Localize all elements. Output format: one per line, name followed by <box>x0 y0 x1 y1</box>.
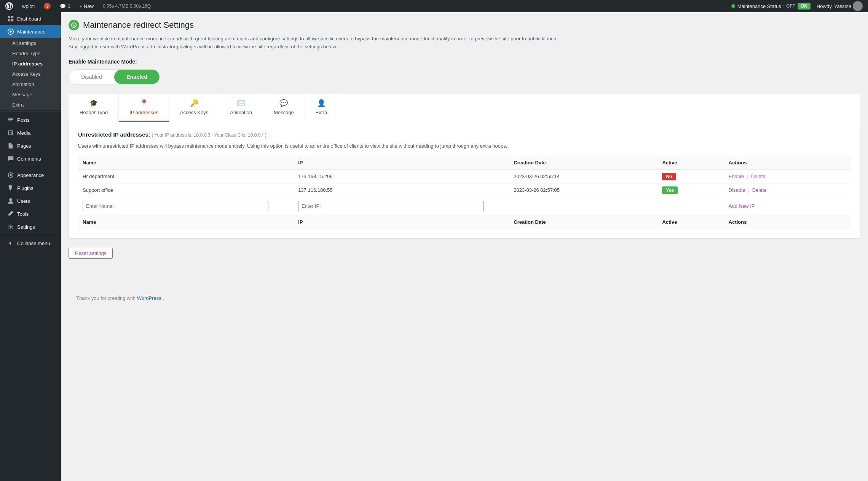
menu-separator-3 <box>0 235 61 235</box>
submenu-message[interactable]: Message <box>0 89 61 100</box>
sidebar-item-dashboard[interactable]: Dashboard <box>0 12 61 25</box>
page-title: Maintenance redirect Settings <box>83 20 194 30</box>
row1-active: No <box>657 170 724 183</box>
badge-no: No <box>662 173 676 180</box>
toggle-enabled[interactable]: Enabled <box>114 70 160 84</box>
svg-point-3 <box>10 226 11 228</box>
extra-icon: 👤 <box>317 99 326 107</box>
menu-separator-1 <box>0 111 61 112</box>
sidebar-item-users[interactable]: Users <box>0 194 61 207</box>
table-header-row: Name IP Creation Date Active Actions <box>78 156 851 170</box>
submenu-extra[interactable]: Extra <box>0 100 61 110</box>
row2-date: 2023-03-26 02:57:05 <box>509 183 657 197</box>
sidebar-item-plugins[interactable]: Plugins <box>0 182 61 194</box>
row1-delete-link[interactable]: Delete <box>751 174 766 179</box>
sidebar-item-media[interactable]: Media <box>0 126 61 139</box>
sidebar-item-pages[interactable]: Pages <box>0 139 61 152</box>
footer-col-ip: IP <box>294 215 509 229</box>
row1-name: Hr department <box>78 170 294 183</box>
toggle-disabled[interactable]: Disabled <box>69 70 114 84</box>
empty-cell-1 <box>509 197 657 215</box>
perf-stats: 0.05s 4.7MB 0.00s 26Q <box>101 0 153 12</box>
page-header-icon <box>69 20 79 30</box>
wp-layout: Dashboard Maintenance All settings Heade… <box>0 12 868 481</box>
howdy-user[interactable]: Howdy, Yassine <box>814 1 865 11</box>
add-new-cell[interactable]: Add New IP <box>724 197 851 215</box>
main-content: Maintenance redirect Settings Make your … <box>61 12 868 481</box>
submenu-access-keys[interactable]: Access Keys <box>0 69 61 79</box>
table-row: Support office 137.116.180.55 2023-03-26… <box>78 183 851 197</box>
message-icon: 💬 <box>279 99 288 107</box>
footer-col-date: Creation Date <box>509 215 657 229</box>
tab-extra[interactable]: 👤 Extra <box>305 94 338 122</box>
sidebar-item-tools[interactable]: Tools <box>0 207 61 220</box>
table-row-input: Add New IP <box>78 197 851 215</box>
sidebar-item-comments[interactable]: Comments <box>0 152 61 165</box>
status-dot <box>731 4 735 8</box>
page-description: Make your website in maintenance mode in… <box>69 35 563 51</box>
svg-point-0 <box>10 30 11 32</box>
sidebar-item-maintenance[interactable]: Maintenance <box>0 25 61 38</box>
submenu-all-settings[interactable]: All settings <box>0 38 61 48</box>
comments-count[interactable]: 💬 0 <box>57 0 72 12</box>
footer-col-active: Active <box>657 215 724 229</box>
reset-settings-button[interactable]: Reset settings <box>69 248 113 259</box>
maintenance-submenu: All settings Header Type IP addresses Ac… <box>0 38 61 110</box>
wp-footer: Thank you for creating with WordPress . <box>69 289 860 307</box>
input-name[interactable] <box>83 201 268 211</box>
empty-cell-2 <box>657 197 724 215</box>
sidebar: Dashboard Maintenance All settings Heade… <box>0 12 61 481</box>
admin-bar: wploti 3 💬 0 + New 0.05s 4.7MB 0.00s 26Q… <box>0 0 868 12</box>
sidebar-item-collapse[interactable]: Collapse menu <box>0 237 61 250</box>
add-new-ip-link[interactable]: Add New IP <box>729 203 755 209</box>
tab-ip-addresses[interactable]: 📍 IP addresses <box>119 94 169 122</box>
col-header-date: Creation Date <box>509 156 657 170</box>
tab-access-keys[interactable]: 🔑 Access Keys <box>169 94 219 122</box>
table-footer-row: Name IP Creation Date Active Actions <box>78 215 851 229</box>
maintenance-mode-toggle[interactable]: Disabled Enabled <box>69 69 160 84</box>
input-ip[interactable] <box>298 201 484 211</box>
page-header: Maintenance redirect Settings <box>69 20 860 30</box>
header-type-icon: 🎓 <box>89 99 98 107</box>
submenu-animation[interactable]: Animation <box>0 79 61 89</box>
sidebar-item-settings[interactable]: Settings <box>0 220 61 233</box>
col-header-ip: IP <box>294 156 509 170</box>
tab-animation[interactable]: ✉️ Animation <box>219 94 263 122</box>
tab-message[interactable]: 💬 Message <box>263 94 305 122</box>
row2-name: Support office <box>78 183 294 197</box>
wordpress-link[interactable]: WordPress <box>137 295 161 301</box>
new-content[interactable]: + New <box>77 0 96 12</box>
menu-separator-2 <box>0 167 61 167</box>
row1-enable-link[interactable]: Enable <box>729 174 744 179</box>
svg-point-1 <box>10 174 11 176</box>
sidebar-item-appearance[interactable]: Appearance <box>0 169 61 182</box>
access-keys-icon: 🔑 <box>190 99 198 107</box>
avatar <box>853 1 863 11</box>
wp-logo[interactable] <box>3 0 15 12</box>
section-description: Users with unrestricted IP addresses wil… <box>78 142 851 150</box>
update-count[interactable]: 3 <box>41 0 53 12</box>
site-name[interactable]: wploti <box>20 0 37 12</box>
row2-action-sep: | <box>748 187 749 193</box>
tab-header-type[interactable]: 🎓 Header Type <box>69 94 119 122</box>
badge-yes: Yes <box>662 186 678 194</box>
input-name-cell[interactable] <box>78 197 294 215</box>
col-header-active: Active <box>657 156 724 170</box>
settings-tabs: 🎓 Header Type 📍 IP addresses 🔑 Access Ke… <box>69 94 860 122</box>
row1-action-sep: | <box>747 174 748 179</box>
row2-actions: Disable | Delete <box>724 183 851 197</box>
submenu-header-type[interactable]: Header Type <box>0 48 61 59</box>
animation-icon: ✉️ <box>237 99 245 107</box>
col-header-name: Name <box>78 156 294 170</box>
adminbar-right: Maintenance Status : OFF ON Howdy, Yassi… <box>731 1 865 11</box>
row1-date: 2023-03-26 02:55:14 <box>509 170 657 183</box>
row2-disable-link[interactable]: Disable <box>729 187 745 193</box>
row2-delete-link[interactable]: Delete <box>752 187 767 193</box>
submenu-ip-addresses[interactable]: IP addresses <box>0 59 61 69</box>
row1-actions: Enable | Delete <box>724 170 851 183</box>
maintenance-status: Maintenance Status : OFF ON <box>731 3 811 10</box>
enable-mode-label: Enable Maintenance Mode: <box>69 59 860 65</box>
input-ip-cell[interactable] <box>294 197 509 215</box>
sidebar-item-posts[interactable]: Posts <box>0 113 61 126</box>
row2-ip: 137.116.180.55 <box>294 183 509 197</box>
